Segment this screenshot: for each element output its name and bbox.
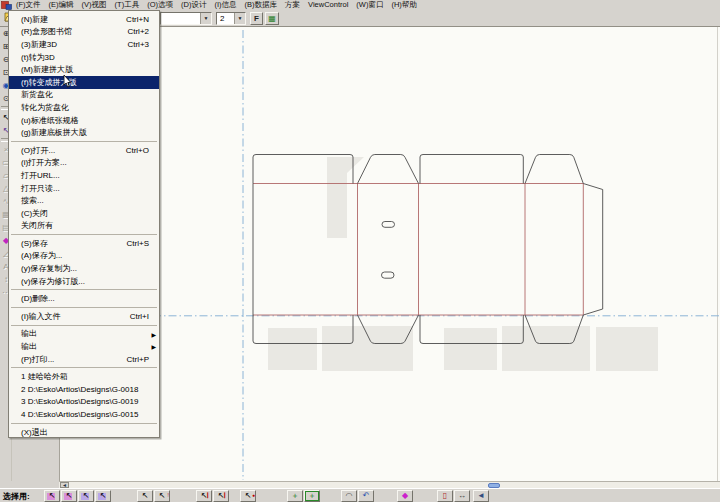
select-next-button[interactable]: ↖▎ xyxy=(213,490,229,502)
menu-item-label: (P)打印... xyxy=(21,354,54,365)
menu-item[interactable]: 打开只读... xyxy=(9,182,159,195)
menu-item[interactable]: (M)新建拼大版 xyxy=(9,63,159,76)
chevron-down-icon[interactable]: ▼ xyxy=(234,13,245,24)
menu-item[interactable]: (f)转变成拼大版 xyxy=(9,76,159,89)
horizontal-scrollbar[interactable]: ◄ xyxy=(59,481,720,488)
menubar-item[interactable]: ViewControl xyxy=(304,0,352,10)
stretch-button[interactable]: ↔ xyxy=(454,490,470,502)
menu-item-label: 输出 xyxy=(21,328,37,339)
selection-button-group: ↖↖! xyxy=(137,490,171,502)
menu-item[interactable]: 2 D:\Esko\Artios\Designs\G-0018 xyxy=(9,383,159,396)
menu-item-label: 打开只读... xyxy=(21,183,60,194)
menu-item[interactable]: 关闭所有 xyxy=(9,220,159,233)
menu-item[interactable]: (3)新建3DCtrl+3 xyxy=(9,38,159,51)
menubar-item[interactable]: (I)信息 xyxy=(210,0,240,10)
menu-item[interactable]: (u)标准纸张规格 xyxy=(9,114,159,127)
scale-combo[interactable]: 2 ▼ xyxy=(216,12,246,25)
menu-item[interactable]: (I)输入文件Ctrl+I xyxy=(9,310,159,323)
selection-button-group: ＋＋ xyxy=(287,490,321,502)
menu-item[interactable]: 输出▶ xyxy=(9,328,159,341)
menu-item-label: 1 娃哈哈外箱 xyxy=(21,371,68,382)
select-single-icon: ↖ xyxy=(142,491,149,500)
menubar-item[interactable]: (W)窗口 xyxy=(352,0,387,10)
collapse-button[interactable]: ◄ xyxy=(473,490,489,502)
menu-item[interactable]: (X)退出 xyxy=(9,426,159,438)
menu-item-shortcut: Ctrl+O xyxy=(126,146,155,155)
fill-tool-button[interactable]: ◆ xyxy=(397,490,413,502)
menu-item[interactable]: (N)新建Ctrl+N xyxy=(9,13,159,26)
menu-item[interactable]: (S)保存Ctrl+S xyxy=(9,237,159,250)
menu-item-label: (I)输入文件 xyxy=(21,311,61,322)
menu-item-label: 3 D:\Esko\Artios\Designs\G-0019 xyxy=(21,397,138,406)
menu-item[interactable]: 转化为货盘化 xyxy=(9,101,159,114)
layer-filter-button[interactable]: F xyxy=(250,12,263,25)
menu-item[interactable]: (R)盒形图书馆Ctrl+2 xyxy=(9,26,159,39)
menu-item[interactable]: (g)新建底板拼大版 xyxy=(9,126,159,139)
scrollbar-thumb[interactable] xyxy=(488,483,500,488)
menubar: (F)文件(E)编辑(V)视图(T)工具(O)选项(D)设计(I)信息(B)数据… xyxy=(0,0,720,10)
view-mode-button[interactable]: ▦ xyxy=(265,12,279,25)
select-inside-icon: ↖ xyxy=(49,491,56,500)
menu-item[interactable]: 输出▶ xyxy=(9,340,159,353)
zoom-combo[interactable]: ▼ xyxy=(160,12,212,25)
box-tool-button[interactable]: ▯ xyxy=(437,490,453,502)
menubar-item[interactable]: 方案 xyxy=(281,0,304,10)
menu-item-label: (X)退出 xyxy=(21,427,48,438)
menu-item[interactable]: (C)关闭 xyxy=(9,207,159,220)
menu-item-shortcut: Ctrl+I xyxy=(130,312,155,321)
menu-item-label: (C)关闭 xyxy=(21,208,48,219)
menubar-item[interactable]: (V)视图 xyxy=(78,0,111,10)
menu-item[interactable]: 1 娃哈哈外箱 xyxy=(9,370,159,383)
zoom-combo-value xyxy=(161,13,200,24)
menu-separator xyxy=(11,325,157,326)
add-plus-icon: ＋ xyxy=(291,491,299,500)
select-single-button[interactable]: ↖ xyxy=(137,490,153,502)
menubar-item[interactable]: (B)数据库 xyxy=(241,0,282,10)
file-menu: (N)新建Ctrl+N(R)盒形图书馆Ctrl+2(3)新建3DCtrl+3(t… xyxy=(8,10,160,438)
select-alert-button[interactable]: ↖! xyxy=(154,490,170,502)
menu-item[interactable]: 新货盘化 xyxy=(9,89,159,102)
selection-button-group: ▯↔ xyxy=(437,490,471,502)
undo-button[interactable]: ↶ xyxy=(358,490,374,502)
menubar-item[interactable]: (O)选项 xyxy=(143,0,177,10)
menu-separator xyxy=(11,234,157,235)
arc-tool-button[interactable]: ◠ xyxy=(341,490,357,502)
select-group-button[interactable]: ↖● xyxy=(240,490,256,502)
menu-item-label: 转化为货盘化 xyxy=(21,102,69,113)
menu-item[interactable]: (i)打开方案... xyxy=(9,157,159,170)
menu-item[interactable]: (A)保存为... xyxy=(9,250,159,263)
select-inside-button[interactable]: ↖ xyxy=(44,490,60,502)
menu-item[interactable]: 搜索... xyxy=(9,194,159,207)
menu-item-shortcut: Ctrl+N xyxy=(126,15,155,24)
menu-item[interactable]: 4 D:\Esko\Artios\Designs\G-0015 xyxy=(9,408,159,421)
select-touch-button[interactable]: ↖ xyxy=(78,490,94,502)
menu-item[interactable]: 3 D:\Esko\Artios\Designs\G-0019 xyxy=(9,396,159,409)
box-tool-icon: ▯ xyxy=(443,491,447,500)
menu-item[interactable]: (D)删除... xyxy=(9,292,159,305)
menu-item-shortcut: Ctrl+2 xyxy=(127,27,155,36)
add-plus-outline-button[interactable]: ＋ xyxy=(304,490,320,502)
menu-item-label: (S)保存 xyxy=(21,238,48,249)
menu-item[interactable]: (O)打开...Ctrl+O xyxy=(9,144,159,157)
menu-item[interactable]: (P)打印...Ctrl+P xyxy=(9,353,159,366)
menubar-item[interactable]: (T)工具 xyxy=(111,0,144,10)
select-prev-button[interactable]: ↖▎ xyxy=(196,490,212,502)
menu-item[interactable]: (y)保存复制为... xyxy=(9,262,159,275)
select-alert-icon: ↖ xyxy=(159,491,166,500)
select-inside-add-button[interactable]: ↖ xyxy=(61,490,77,502)
menu-item-label: (i)打开方案... xyxy=(21,157,67,168)
menu-item[interactable]: (t)转为3D xyxy=(9,51,159,64)
menu-separator xyxy=(11,307,157,308)
menubar-item[interactable]: (E)编辑 xyxy=(45,0,78,10)
selection-button-group: ◆ xyxy=(397,490,414,502)
select-touch-add-button[interactable]: ↖ xyxy=(95,490,111,502)
add-plus-button[interactable]: ＋ xyxy=(287,490,303,502)
menu-separator xyxy=(11,141,157,142)
menu-item[interactable]: (v)保存为修订版... xyxy=(9,275,159,288)
fill-tool-icon: ◆ xyxy=(402,491,408,500)
chevron-down-icon[interactable]: ▼ xyxy=(200,13,211,24)
menu-separator xyxy=(11,423,157,424)
menubar-item[interactable]: (D)设计 xyxy=(177,0,210,10)
menu-item[interactable]: 打开URL... xyxy=(9,169,159,182)
menubar-item[interactable]: (H)帮助 xyxy=(387,0,420,10)
